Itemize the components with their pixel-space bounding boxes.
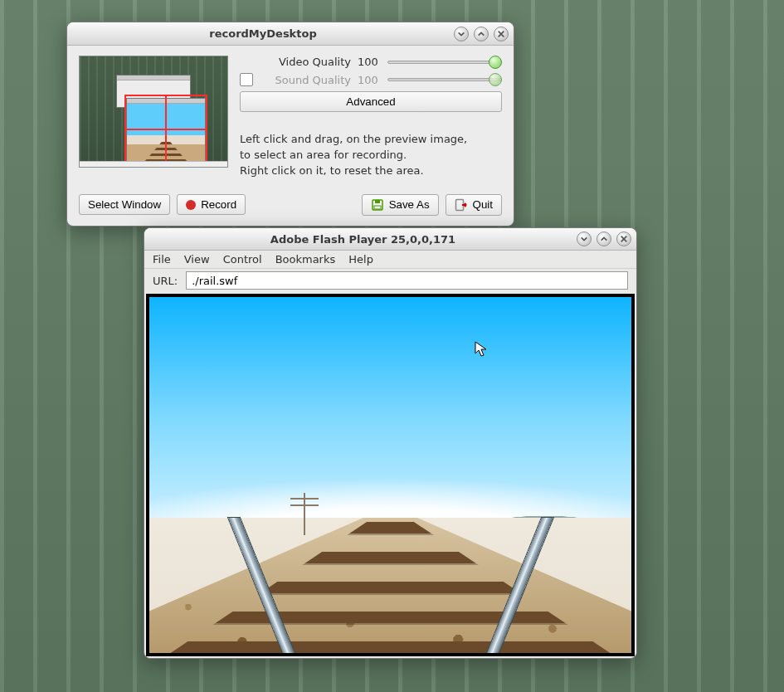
quit-button[interactable]: Quit (446, 194, 502, 216)
sound-quality-slider (387, 74, 502, 85)
flash-title: Adobe Flash Player 25,0,0,171 (149, 233, 577, 246)
minimize-button[interactable] (577, 231, 592, 246)
quit-label: Quit (473, 198, 493, 211)
help-text: Left click and drag, on the preview imag… (240, 132, 502, 179)
flash-titlebar[interactable]: Adobe Flash Player 25,0,0,171 (144, 228, 636, 251)
advanced-button[interactable]: Advanced (240, 91, 502, 112)
video-quality-slider[interactable] (387, 56, 502, 68)
save-as-label: Save As (389, 198, 430, 211)
rail-scene (149, 297, 631, 653)
rmd-title: recordMyDesktop (72, 27, 454, 40)
menu-help[interactable]: Help (348, 253, 373, 266)
menu-view[interactable]: View (184, 253, 210, 266)
recording-preview[interactable] (79, 56, 228, 168)
close-button[interactable] (616, 231, 631, 246)
video-quality-value: 100 (358, 56, 381, 68)
swf-viewport[interactable] (146, 294, 635, 656)
maximize-button[interactable] (597, 231, 611, 246)
rmd-titlebar[interactable]: recordMyDesktop (67, 22, 514, 46)
advanced-button-label: Advanced (346, 95, 395, 108)
url-bar: URL: (144, 269, 636, 294)
video-quality-label: Video Quality (260, 56, 351, 68)
sound-enable-checkbox[interactable] (240, 73, 253, 86)
video-quality-row: Video Quality 100 (240, 56, 502, 68)
flash-menubar: File View Control Bookmarks Help (144, 251, 636, 269)
record-button[interactable]: Record (177, 194, 246, 215)
svg-rect-4 (374, 206, 381, 209)
recordmydesktop-window: recordMyDesktop (66, 22, 514, 227)
flash-player-window: Adobe Flash Player 25,0,0,171 File View … (144, 227, 637, 659)
maximize-button[interactable] (474, 27, 489, 41)
select-window-button[interactable]: Select Window (79, 194, 170, 215)
selection-rectangle[interactable] (124, 95, 207, 164)
select-window-label: Select Window (88, 198, 161, 211)
url-label: URL: (153, 275, 178, 287)
sound-quality-row: Sound Quality 100 (240, 73, 502, 86)
save-icon (371, 198, 384, 212)
record-label: Record (201, 198, 236, 211)
save-as-button[interactable]: Save As (362, 194, 439, 216)
quit-icon (455, 198, 468, 212)
url-input[interactable] (186, 271, 628, 290)
minimize-button[interactable] (454, 27, 469, 41)
record-icon (186, 200, 196, 210)
mouse-cursor-icon (475, 341, 488, 358)
sound-quality-value: 100 (358, 74, 381, 86)
menu-file[interactable]: File (153, 253, 171, 266)
menu-control[interactable]: Control (223, 253, 262, 266)
menu-bookmarks[interactable]: Bookmarks (275, 253, 336, 266)
svg-rect-3 (375, 200, 380, 203)
sound-quality-label: Sound Quality (260, 74, 351, 86)
close-button[interactable] (494, 27, 509, 41)
